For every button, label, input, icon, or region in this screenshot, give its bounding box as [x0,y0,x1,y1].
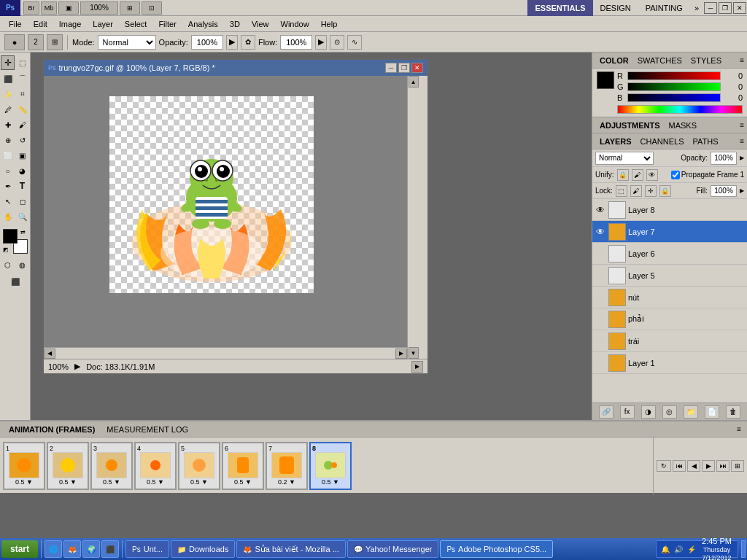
layer-item[interactable]: · trái [592,330,747,352]
h-scrollbar[interactable]: ◀ ▶ [44,347,407,359]
layer-item-active[interactable]: 👁 Layer 7 [592,221,747,243]
scroll-indicator[interactable]: ▶ [411,361,423,373]
layer-item[interactable]: · Layer 5 [592,265,747,287]
painting-btn[interactable]: PAINTING [638,0,690,16]
loop-select[interactable]: ↻ [657,460,671,472]
layer-visibility-hidden[interactable]: · [595,314,606,325]
taskbar-item-firefox[interactable]: 🦊 Sửa bài viết - Mozilla ... [236,540,345,558]
tab-adjustments[interactable]: ADJUSTMENTS [595,120,665,131]
anim-frame-6[interactable]: 6 0.5 ▼ [222,442,264,490]
taskbar-item-ps[interactable]: Ps Adobe Photoshop CS5... [440,540,553,558]
new-adjustment-btn[interactable]: ◎ [662,405,677,419]
minibr-btn[interactable]: Mb [41,1,57,15]
fill-arrow[interactable]: ▶ [740,187,744,194]
quick-select-tool[interactable]: ✨ [1,87,15,101]
quick-mask[interactable]: ◍ [15,257,29,272]
tray-icon-3[interactable]: ⚡ [686,543,697,555]
layout-btn[interactable]: ▣ [58,1,79,15]
tab-layers[interactable]: LAYERS [595,136,636,147]
taskbar-item-ps-unt[interactable]: Ps Unt... [125,540,169,558]
tab-paths[interactable]: PATHS [689,136,723,147]
next-frame-btn[interactable]: ⏭ [716,460,729,472]
b-slider[interactable] [627,93,721,102]
crop-tool[interactable]: ⌗ [15,87,29,101]
color-panel-menu[interactable]: ≡ [740,56,744,64]
spot-heal-tool[interactable]: ✚ [1,117,15,132]
dodge-tool[interactable]: ◕ [15,163,29,178]
anim-frame-4[interactable]: 4 0.5 ▼ [134,442,177,490]
airbrush-btn[interactable]: ✿ [241,35,255,50]
tablet-btn[interactable]: ⊙ [330,35,344,50]
frame-delay[interactable]: 0.5 ▼ [15,478,33,486]
layer-item[interactable]: · nút [592,287,747,308]
frame-delay[interactable]: 0.5 ▼ [59,478,77,486]
eraser-tool[interactable]: ⬜ [1,148,15,163]
zoom-tool[interactable]: 🔍 [15,209,29,224]
convert-btn[interactable]: ⊞ [731,460,744,472]
anim-frame-8[interactable]: 8 0.5 ▼ [309,442,352,490]
unify-pos-btn[interactable]: 🔒 [617,169,629,181]
layer-visibility-hidden[interactable]: · [595,270,606,281]
brush-shape-picker[interactable]: ● [4,34,25,50]
add-style-btn[interactable]: fx [620,405,635,419]
new-group-btn[interactable]: 📁 [684,405,698,419]
taskbar-quicklaunch-1[interactable]: 🌐 [44,540,62,558]
taskbar-item-yahoo[interactable]: 💬 Yahoo! Messenger [347,540,439,558]
text-tool[interactable]: T [15,179,29,193]
brush-size-display[interactable]: 2 [28,34,44,50]
frame-delay[interactable]: 0.5 ▼ [322,478,339,486]
opacity-layers-arrow[interactable]: ▶ [740,155,744,161]
first-frame-btn[interactable]: ⏮ [673,460,686,472]
tab-styles[interactable]: STYLES [686,55,726,66]
screen-mode[interactable]: ⬛ [1,274,29,289]
eyedropper-tool[interactable]: 🖉 [1,102,15,117]
color-swatch-display[interactable] [597,71,614,89]
anim-frame-3[interactable]: 3 0.5 ▼ [90,442,133,490]
unify-vis-btn[interactable]: 👁 [646,169,658,181]
tab-masks[interactable]: MASKS [665,120,702,131]
opacity-layers-value[interactable]: 100% [711,152,737,165]
brush-tool[interactable]: 🖌 [15,117,29,132]
prev-frame-btn[interactable]: ◀ [687,460,700,472]
lock-position-btn[interactable]: ✛ [645,185,657,197]
flow-arrow[interactable]: ▶ [315,35,327,50]
close-app-btn[interactable]: ✕ [733,2,746,14]
frame-delay[interactable]: 0.5 ▼ [234,478,252,486]
unify-paint-btn[interactable]: 🖌 [632,169,643,181]
anim-panel-menu[interactable]: ≡ [737,425,741,433]
shape-tool[interactable]: ◻ [15,194,29,209]
clone-stamp-tool[interactable]: ⊕ [1,133,15,147]
fill-value[interactable]: 100% [711,185,737,197]
delete-layer-btn[interactable]: 🗑 [726,405,740,419]
layer-visibility-hidden[interactable]: · [595,335,606,347]
menu-select[interactable]: Select [119,18,153,30]
essentials-btn[interactable]: ESSENTIALS [527,0,592,16]
menu-3d[interactable]: 3D [224,18,246,30]
layer-visibility-eye[interactable]: 👁 [595,226,606,238]
r-slider[interactable] [627,71,721,80]
lock-all-btn[interactable]: 🔒 [659,185,671,197]
anim-frame-5[interactable]: 5 0.5 ▼ [178,442,220,490]
show-desktop-btn[interactable] [741,540,746,558]
propagate-checkbox[interactable] [671,171,680,179]
history-brush-tool[interactable]: ↺ [15,133,29,147]
swap-colors[interactable]: ⇄ [20,229,28,236]
opacity-input[interactable]: 100% [191,35,223,50]
link-layers-btn[interactable]: 🔗 [599,405,614,419]
tray-icon-1[interactable]: 🔔 [659,543,671,555]
taskbar-quicklaunch-3[interactable]: 🌍 [82,540,100,558]
new-layer-btn[interactable]: 📄 [705,405,719,419]
design-btn[interactable]: DESIGN [593,0,638,16]
layer-visibility-hidden[interactable]: · [595,357,606,369]
menu-edit[interactable]: Edit [28,18,53,30]
tab-animation-frames[interactable]: ANIMATION (FRAMES) [3,424,101,435]
frame-delay[interactable]: 0.5 ▼ [147,478,164,486]
lock-transparent-btn[interactable]: ⬚ [616,185,627,197]
menu-file[interactable]: File [3,18,28,30]
doc-zoom[interactable]: 100% [48,362,69,371]
brush-options-btn[interactable]: ⊞ [47,34,63,50]
menu-analysis[interactable]: Analysis [182,18,224,30]
blend-mode-select[interactable]: Normal [595,152,654,165]
tab-color[interactable]: COLOR [595,55,633,66]
frame-delay[interactable]: 0.5 ▼ [103,478,120,486]
